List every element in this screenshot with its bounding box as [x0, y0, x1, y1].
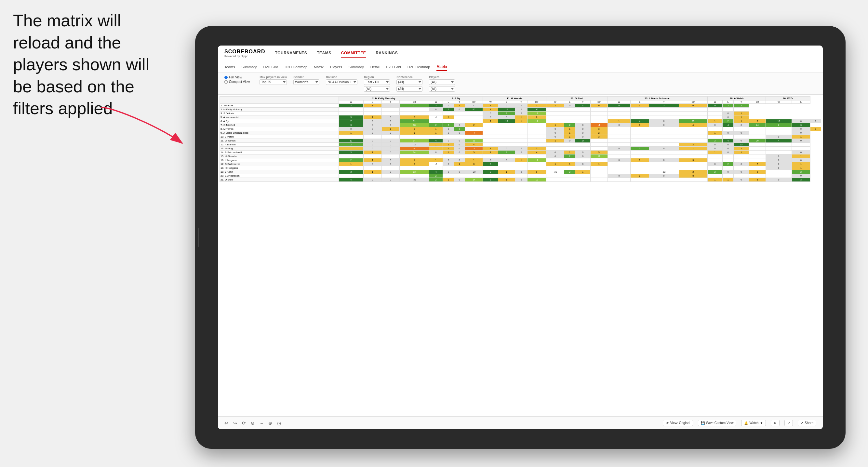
matrix-cell[interactable]: 0: [454, 147, 465, 151]
matrix-cell[interactable]: [749, 131, 766, 135]
matrix-cell[interactable]: 1: [364, 104, 382, 107]
matrix-cell[interactable]: [515, 154, 527, 158]
max-players-select[interactable]: Top 25 Top 10 Top 50: [259, 80, 287, 85]
matrix-cell[interactable]: [483, 143, 498, 147]
matrix-cell[interactable]: 0: [381, 158, 400, 162]
matrix-cell[interactable]: 1: [734, 112, 749, 116]
matrix-cell[interactable]: 14: [465, 178, 483, 182]
matrix-cell[interactable]: [483, 131, 498, 135]
matrix-cell[interactable]: 1: [564, 162, 575, 166]
matrix-cell[interactable]: 2: [564, 154, 575, 158]
matrix-cell[interactable]: [465, 135, 483, 139]
matrix-cell[interactable]: [591, 158, 608, 162]
matrix-cell[interactable]: 0: [723, 147, 734, 151]
matrix-cell[interactable]: 3: [649, 104, 679, 107]
watch-button[interactable]: 🔔 Watch ▼: [741, 420, 766, 426]
matrix-cell[interactable]: 1: [339, 162, 364, 166]
matrix-cell[interactable]: 0: [792, 174, 810, 178]
matrix-cell[interactable]: [443, 135, 454, 139]
matrix-cell[interactable]: 2: [564, 170, 575, 174]
matrix-cell[interactable]: 10: [498, 119, 515, 123]
matrix-cell[interactable]: [465, 127, 483, 131]
matrix-cell[interactable]: [498, 143, 515, 147]
matrix-cell[interactable]: [749, 166, 766, 170]
nav-rankings[interactable]: RANKINGS: [376, 49, 398, 58]
matrix-cell[interactable]: [649, 162, 679, 166]
matrix-cell[interactable]: [630, 166, 649, 170]
matrix-cell[interactable]: 0: [723, 143, 734, 147]
matrix-cell[interactable]: 0: [792, 151, 810, 154]
matrix-cell[interactable]: [429, 119, 443, 123]
matrix-cell[interactable]: 0: [364, 162, 382, 166]
matrix-cell[interactable]: [564, 166, 575, 170]
save-custom-button[interactable]: 💾 Save Custom View: [698, 420, 736, 426]
subnav-h2hgrid1[interactable]: H2H Grid: [263, 63, 278, 70]
matrix-cell[interactable]: 2: [465, 123, 483, 127]
matrix-cell[interactable]: [630, 107, 649, 112]
matrix-cell[interactable]: [465, 119, 483, 123]
matrix-cell[interactable]: 3: [339, 151, 364, 154]
matrix-cell[interactable]: 25: [734, 143, 749, 147]
matrix-cell[interactable]: [707, 107, 723, 112]
matrix-cell[interactable]: [679, 154, 707, 158]
matrix-cell[interactable]: [649, 178, 679, 182]
matrix-cell[interactable]: [649, 135, 679, 139]
matrix-cell[interactable]: [734, 166, 749, 170]
matrix-cell[interactable]: [630, 135, 649, 139]
matrix-cell[interactable]: [400, 174, 429, 178]
matrix-cell[interactable]: [734, 127, 749, 131]
matrix-cell[interactable]: 11: [465, 139, 483, 143]
matrix-cell[interactable]: 0: [364, 127, 382, 131]
matrix-cell[interactable]: [723, 154, 734, 158]
matrix-cell[interactable]: [591, 166, 608, 170]
matrix-cell[interactable]: [465, 112, 483, 116]
matrix-cell[interactable]: [608, 178, 630, 182]
matrix-cell[interactable]: 1: [564, 127, 575, 131]
matrix-cell[interactable]: [515, 174, 527, 178]
matrix-cell[interactable]: [630, 178, 649, 182]
matrix-cell[interactable]: [608, 166, 630, 170]
matrix-cell[interactable]: 0: [515, 151, 527, 154]
matrix-cell[interactable]: [608, 143, 630, 147]
matrix-cell[interactable]: [575, 174, 591, 178]
undo-button[interactable]: ↩: [224, 421, 228, 426]
matrix-cell[interactable]: [679, 131, 707, 135]
matrix-cell[interactable]: 3: [591, 135, 608, 139]
matrix-cell[interactable]: -16: [400, 143, 429, 147]
matrix-cell[interactable]: 0: [364, 178, 382, 182]
matrix-cell[interactable]: 1: [483, 151, 498, 154]
matrix-cell[interactable]: [381, 154, 400, 158]
matrix-cell[interactable]: [498, 154, 515, 158]
matrix-cell[interactable]: 0: [443, 127, 454, 131]
zoom-in-icon[interactable]: ⊕: [268, 421, 272, 426]
matrix-cell[interactable]: [575, 158, 591, 162]
matrix-cell[interactable]: [649, 112, 679, 116]
matrix-cell[interactable]: 0: [443, 131, 454, 135]
matrix-cell[interactable]: [498, 135, 515, 139]
region-all-select[interactable]: (All): [364, 86, 390, 92]
matrix-cell[interactable]: [483, 174, 498, 178]
matrix-cell[interactable]: [749, 151, 766, 154]
matrix-cell[interactable]: 1: [443, 151, 454, 154]
matrix-cell[interactable]: 0: [429, 151, 443, 154]
matrix-cell[interactable]: [515, 135, 527, 139]
matrix-cell[interactable]: [527, 162, 546, 166]
matrix-cell[interactable]: [591, 178, 608, 182]
matrix-cell[interactable]: [454, 135, 465, 139]
options-button[interactable]: ⚙: [771, 420, 779, 426]
matrix-cell[interactable]: 1: [364, 158, 382, 162]
matrix-cell[interactable]: [649, 154, 679, 158]
matrix-cell[interactable]: [364, 135, 382, 139]
matrix-cell[interactable]: 2: [707, 170, 723, 174]
matrix-cell[interactable]: 1: [400, 131, 429, 135]
matrix-cell[interactable]: 1: [483, 147, 498, 151]
matrix-cell[interactable]: 1: [630, 123, 649, 127]
matrix-cell[interactable]: [734, 135, 749, 139]
matrix-cell[interactable]: 1: [443, 116, 454, 119]
matrix-cell[interactable]: [443, 174, 454, 178]
subnav-players[interactable]: Players: [330, 63, 342, 70]
matrix-cell[interactable]: [608, 170, 630, 174]
matrix-cell[interactable]: [630, 162, 649, 166]
matrix-cell[interactable]: [498, 131, 515, 135]
matrix-cell[interactable]: [364, 107, 382, 112]
